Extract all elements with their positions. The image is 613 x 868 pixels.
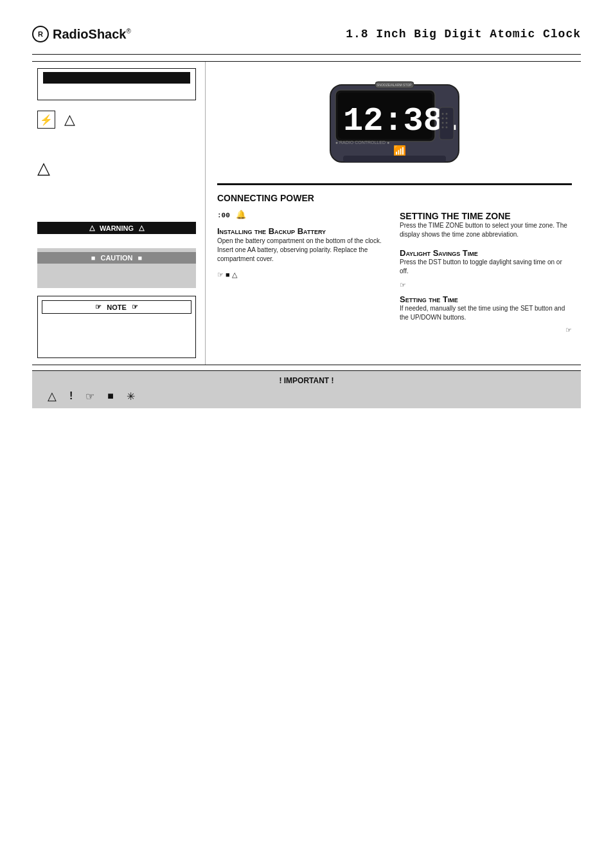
clock-image-area: 12:38. SNOOZE/ALARM STOP ● RADIO CONTROL… <box>217 68 572 178</box>
alarm-icon: 🔔 <box>236 210 246 219</box>
footer-sq-icon: ■ <box>107 390 114 402</box>
svg-point-10 <box>442 118 444 120</box>
time-display-row: :00 🔔 <box>217 208 389 221</box>
page: R RadioShack® 1.8 Inch Big Digit Atomic … <box>0 0 613 868</box>
time-display: :00 <box>217 212 230 219</box>
top-notice-box <box>37 68 196 100</box>
note-icon-set-time: ☞ <box>565 326 572 334</box>
note-sym-left-icon: ☞ <box>95 303 102 311</box>
bottom-symbols-row: ☞ ■ △ <box>217 270 389 280</box>
svg-point-14 <box>442 127 444 129</box>
svg-point-9 <box>446 113 448 115</box>
note-section: ☞ NOTE ☞ <box>37 296 196 358</box>
warning-label: WARNING <box>100 224 134 232</box>
left-section-text-1 <box>37 139 196 148</box>
connecting-power-text-area: :00 🔔 Installing the Backup Battery Open… <box>217 208 389 334</box>
footer-triangle-icon: △ <box>48 389 57 403</box>
daylight-savings-heading: Daylight Savings Time <box>400 248 572 258</box>
footer-note-icon: ☞ <box>85 390 94 402</box>
svg-text:📶: 📶 <box>393 145 406 157</box>
lightning-box-icon: ⚡ <box>37 111 55 129</box>
warning-section: △ WARNING △ <box>37 222 196 240</box>
warning-bar: △ WARNING △ <box>37 222 196 234</box>
svg-point-8 <box>442 113 444 115</box>
icon-row-lightning-triangle: ⚡ △ <box>37 108 196 131</box>
important-title: ! IMPORTANT ! <box>41 376 572 385</box>
time-zone-area: SETTING THE TIME ZONE Press the TIME ZON… <box>400 208 572 334</box>
clock-svg: 12:38. SNOOZE/ALARM STOP ● RADIO CONTROL… <box>324 72 465 172</box>
triangle-icon-1: △ <box>64 111 75 128</box>
logo-registered-icon: R <box>32 26 49 42</box>
svg-point-12 <box>442 122 444 124</box>
warning-triangle-right-icon: △ <box>139 224 144 232</box>
daylight-savings-text: Press the DST button to toggle daylight … <box>400 258 572 276</box>
setting-time-heading: Setting the Time <box>400 294 572 304</box>
setting-time-icon: ☞ <box>400 326 572 334</box>
installing-backup-heading: Installing the Backup Battery <box>217 226 389 237</box>
product-title: 1.8 Inch Big Digit Atomic Clock <box>346 28 581 41</box>
note-icon-dst: ☞ <box>400 281 406 289</box>
header-divider <box>32 54 581 55</box>
dst-icon-row: ☞ <box>400 281 572 289</box>
caution-bar: ■ CAUTION ■ <box>37 252 196 264</box>
svg-text:● RADIO CONTROLLED ●: ● RADIO CONTROLLED ● <box>335 140 389 145</box>
caution-sq-left-icon: ■ <box>91 254 96 262</box>
installing-backup-text: Open the battery compartment on the bott… <box>217 237 389 264</box>
caution-label: CAUTION <box>100 254 132 262</box>
sq-icon-bottom: ■ <box>226 271 230 278</box>
left-section-text-2 <box>37 188 196 197</box>
svg-point-15 <box>446 127 448 129</box>
note-sym-right-icon: ☞ <box>132 303 138 311</box>
logo: R RadioShack® <box>32 26 131 42</box>
footer-star-icon: ✳ <box>127 390 135 402</box>
connecting-power-heading: CONNECTING POWER <box>217 193 572 203</box>
connecting-power-divider <box>217 183 572 185</box>
setting-time-zone-text: Press the TIME ZONE button to select you… <box>400 221 572 239</box>
triangle-icon-2: △ <box>37 156 196 181</box>
left-column: ⚡ △ △ △ WARNING △ <box>32 62 206 365</box>
svg-point-11 <box>446 118 448 120</box>
tri-icon-bottom: △ <box>232 271 237 278</box>
important-footer: ! IMPORTANT ! △ ! ☞ ■ ✳ <box>32 370 581 408</box>
note-label: NOTE <box>107 303 127 311</box>
important-icons-row: △ ! ☞ ■ ✳ <box>41 389 572 403</box>
svg-point-13 <box>446 122 448 124</box>
note-icon-bottom: ☞ <box>217 271 224 278</box>
main-content: ⚡ △ △ △ WARNING △ <box>32 61 581 365</box>
left-section-text-3 <box>37 205 196 214</box>
setting-time-text: If needed, manually set the time using t… <box>400 304 572 322</box>
caution-section: ■ CAUTION ■ <box>37 248 196 288</box>
caution-sq-right-icon: ■ <box>138 254 143 262</box>
connecting-power-row: :00 🔔 Installing the Backup Battery Open… <box>217 208 572 334</box>
bottom-footer: ! IMPORTANT ! △ ! ☞ ■ ✳ <box>32 365 581 408</box>
logo-text: RadioShack® <box>53 27 131 42</box>
right-column: 12:38. SNOOZE/ALARM STOP ● RADIO CONTROL… <box>206 62 581 365</box>
warning-triangle-left-icon: △ <box>89 224 94 232</box>
footer-exclaim-icon: ! <box>69 390 73 402</box>
setting-time-zone-heading: SETTING THE TIME ZONE <box>400 211 572 221</box>
note-bar: ☞ NOTE ☞ <box>42 300 191 314</box>
header: R RadioShack® 1.8 Inch Big Digit Atomic … <box>32 26 581 42</box>
svg-rect-17 <box>343 156 446 162</box>
svg-text:SNOOZE/ALARM STOP: SNOOZE/ALARM STOP <box>377 83 412 87</box>
